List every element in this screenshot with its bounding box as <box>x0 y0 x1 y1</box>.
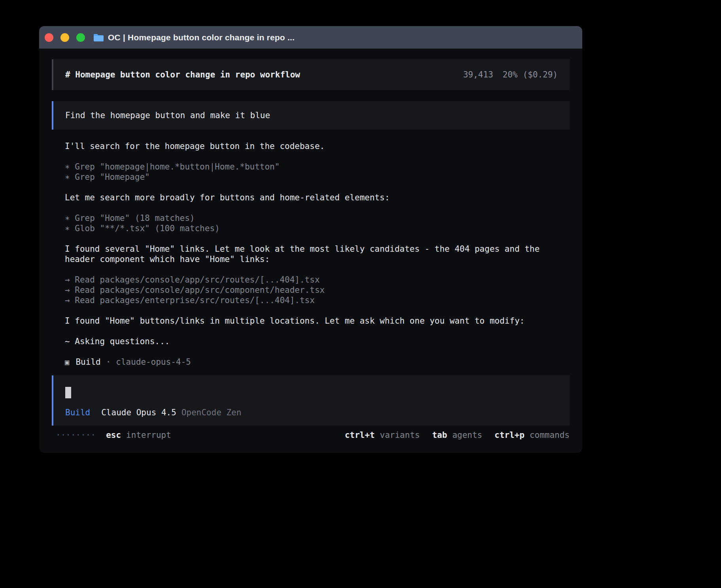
model-indicator: Claude Opus 4.5 <box>101 407 176 418</box>
hint-key: ctrl+p <box>495 430 525 440</box>
user-message-text: Find the homepage button and make it blu… <box>65 111 270 120</box>
hint-commands: ctrl+p commands <box>495 430 570 440</box>
input-meta-row: Build Claude Opus 4.5 OpenCode Zen <box>65 407 558 418</box>
hint-label: agents <box>452 430 482 440</box>
mode-indicator: Build <box>65 407 90 418</box>
hint-label: variants <box>380 430 420 440</box>
hint-key: tab <box>432 430 447 440</box>
traffic-lights <box>45 33 85 42</box>
hint-key: ctrl+t <box>345 430 375 440</box>
hint-label: commands <box>530 430 570 440</box>
tool-call-grep: ∗ Grep "Homepage" <box>65 172 570 182</box>
tool-call-read: → Read packages/enterprise/src/routes/[.… <box>65 295 570 305</box>
interrupt-key: esc <box>106 430 121 440</box>
terminal-content: # Homepage button color change in repo w… <box>39 49 582 453</box>
assistant-text: I'll search for the homepage button in t… <box>65 141 570 151</box>
interrupt-label: interrupt <box>126 430 171 440</box>
assistant-transcript: I'll search for the homepage button in t… <box>52 141 570 367</box>
text-cursor <box>65 387 71 398</box>
status-bar: ········ esc interrupt ctrl+t variants t… <box>52 430 570 440</box>
assistant-text: I found several "Home" links. Let me loo… <box>65 244 570 264</box>
assistant-text: Let me search more broadly for buttons a… <box>65 192 570 203</box>
folder-icon <box>93 33 104 42</box>
status-bar-right: ctrl+t variants tab agents ctrl+p comman… <box>332 430 570 440</box>
tool-call-read: → Read packages/console/app/src/componen… <box>65 285 570 295</box>
prompt-input[interactable]: Build Claude Opus 4.5 OpenCode Zen <box>52 375 570 426</box>
agent-separator: · <box>106 357 111 367</box>
agent-name: Build <box>75 357 100 367</box>
session-title: # Homepage button color change in repo w… <box>65 70 300 79</box>
hint-agents: tab agents <box>432 430 482 440</box>
tool-call-glob: ∗ Glob "**/*.tsx" (100 matches) <box>65 223 570 234</box>
assistant-status-text: ~ Asking questions... <box>65 336 570 347</box>
status-bar-left: ········ esc interrupt <box>52 430 171 440</box>
session-cost: ($0.29) <box>523 70 558 79</box>
spinner-dots: ········ <box>56 430 96 440</box>
tool-call-grep: ∗ Grep "homepage|home.*button|Home.*butt… <box>65 162 570 172</box>
tool-call-read: → Read packages/console/app/src/routes/[… <box>65 275 570 285</box>
user-message: Find the homepage button and make it blu… <box>52 101 570 130</box>
token-count: 39,413 <box>463 70 493 79</box>
agent-icon: ▣ <box>65 357 69 367</box>
session-stats: 39,413 20% ($0.29) <box>463 70 558 79</box>
agent-status-row: ▣ Build · claude-opus-4-5 <box>65 357 570 367</box>
assistant-text: I found "Home" buttons/links in multiple… <box>65 316 570 326</box>
agent-model: claude-opus-4-5 <box>116 357 191 367</box>
context-percent: 20% <box>503 70 518 79</box>
zoom-button[interactable] <box>76 33 85 42</box>
provider-indicator: OpenCode Zen <box>181 407 242 418</box>
close-button[interactable] <box>45 33 53 42</box>
hint-variants: ctrl+t variants <box>345 430 420 440</box>
session-header: # Homepage button color change in repo w… <box>52 59 570 90</box>
minimize-button[interactable] <box>60 33 69 42</box>
tool-call-grep: ∗ Grep "Home" (18 matches) <box>65 213 570 223</box>
titlebar: OC | Homepage button color change in rep… <box>39 26 582 49</box>
window-title: OC | Homepage button color change in rep… <box>108 33 294 42</box>
terminal-window: OC | Homepage button color change in rep… <box>39 26 582 453</box>
